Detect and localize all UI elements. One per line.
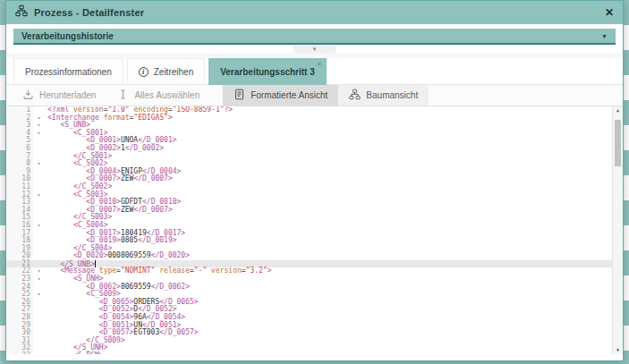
dialog-titlebar: Prozess - Detailfenster ✕: [6, 1, 623, 24]
fold-toggle-icon[interactable]: ▾: [33, 352, 45, 354]
process-detail-dialog: Prozess - Detailfenster ✕ Verarbeitungsh…: [5, 0, 624, 361]
verarbeitungshistorie-header[interactable]: Verarbeitungshistorie ▼: [13, 29, 616, 45]
dialog-title: Prozess - Detailfenster: [34, 7, 144, 18]
xml-editor[interactable]: 1<?xml version="1.0" encoding="ISO-8859-…: [6, 106, 623, 354]
fold-gutter: [33, 329, 45, 337]
info-icon: i: [139, 67, 149, 77]
collapse-caret-icon: ▼: [312, 47, 318, 52]
scroll-down-icon[interactable]: ▼: [613, 346, 623, 354]
fold-gutter: [33, 207, 45, 215]
select-all-button[interactable]: Alles Auswählen: [106, 85, 210, 106]
fold-gutter: [33, 237, 45, 245]
tab-close-icon[interactable]: ✕: [317, 61, 322, 68]
fold-gutter: [33, 145, 45, 153]
sitemap-icon: [15, 4, 28, 21]
fold-toggle-icon[interactable]: ▾: [33, 114, 45, 123]
fold-gutter: [33, 252, 45, 260]
tree-view-button[interactable]: Baumansicht: [338, 85, 429, 106]
fold-gutter: [33, 284, 45, 292]
scroll-up-icon[interactable]: ▲: [613, 106, 623, 114]
editor-toolbar: Herunterladen Alles Auswählen Formatiert…: [6, 85, 623, 106]
tab-strip: Prozessinformationen i Zeitreihen Verarb…: [6, 58, 623, 85]
code-text: <S_BGM>: [45, 352, 104, 354]
tab-verarbeitungsschritt-3[interactable]: Verarbeitungsschritt 3 ✕: [208, 58, 327, 85]
fold-gutter: [33, 245, 45, 253]
formatted-view-label: Formatierte Ansicht: [251, 90, 327, 100]
fold-gutter: [33, 106, 45, 114]
tab-label: Verarbeitungsschritt 3: [220, 67, 315, 77]
tab-label: Zeitreihen: [154, 67, 193, 77]
fold-toggle-icon[interactable]: ▾: [33, 130, 45, 138]
fold-gutter: [33, 260, 45, 268]
fold-toggle-icon[interactable]: ▾: [33, 275, 45, 284]
chevron-down-icon: ▼: [601, 33, 608, 39]
dialog-footer: [6, 354, 623, 360]
fold-toggle-icon[interactable]: ▾: [33, 191, 45, 199]
download-label: Herunterladen: [39, 90, 96, 100]
code-lines: 1<?xml version="1.0" encoding="ISO-8859-…: [6, 106, 612, 354]
code-text: <D_0020>0008069559</D_0020>: [45, 252, 190, 260]
history-section: Verarbeitungshistorie ▼ ▼: [6, 24, 623, 53]
fold-gutter: [33, 314, 45, 322]
download-icon: [22, 89, 34, 102]
fold-toggle-icon[interactable]: ▾: [33, 267, 45, 275]
tree-view-label: Baumansicht: [366, 90, 418, 100]
editor-scrollbar[interactable]: ▲ ▼: [612, 106, 623, 354]
scrollbar-thumb[interactable]: [615, 120, 621, 166]
code-line: 33▾ <S_BGM>: [6, 352, 612, 354]
fold-gutter: [33, 175, 45, 183]
fold-gutter: [33, 230, 45, 238]
code-line: 20 <D_0020>0008069559</D_0020>: [6, 252, 612, 260]
tab-label: Prozessinformationen: [25, 67, 112, 77]
fold-gutter: [33, 168, 45, 176]
verarbeitungshistorie-label: Verarbeitungshistorie: [21, 31, 114, 41]
tab-prozessinformationen[interactable]: Prozessinformationen: [13, 58, 123, 84]
fold-gutter: [33, 199, 45, 207]
fold-gutter: [33, 344, 45, 352]
fold-gutter: [33, 137, 45, 145]
fold-gutter: [33, 153, 45, 161]
line-number: 33: [6, 352, 33, 354]
fold-toggle-icon[interactable]: ▾: [33, 222, 45, 230]
fold-gutter: [33, 306, 45, 314]
fold-gutter: [33, 322, 45, 330]
select-all-label: Alles Auswählen: [134, 90, 200, 100]
tab-zeitreihen[interactable]: i Zeitreihen: [127, 58, 205, 84]
fold-toggle-icon[interactable]: ▾: [33, 122, 45, 130]
fold-gutter: [33, 214, 45, 222]
collapse-handle[interactable]: ▼: [293, 45, 336, 53]
close-icon[interactable]: ✕: [605, 7, 614, 18]
view-toggle-group: Formatierte Ansicht Baumansicht: [223, 85, 429, 106]
fold-gutter: [33, 183, 45, 191]
fold-gutter: [33, 337, 45, 345]
fold-gutter: [33, 299, 45, 307]
download-button[interactable]: Herunterladen: [12, 85, 106, 106]
document-icon: [234, 89, 245, 102]
formatted-view-button[interactable]: Formatierte Ansicht: [223, 85, 338, 106]
text-select-icon: [117, 89, 129, 102]
fold-toggle-icon[interactable]: ▾: [33, 160, 45, 168]
fold-toggle-icon[interactable]: ▾: [33, 291, 45, 299]
tree-icon: [349, 89, 361, 102]
code-line: 2▾<Interchange format="EDIGAS">: [6, 114, 612, 123]
